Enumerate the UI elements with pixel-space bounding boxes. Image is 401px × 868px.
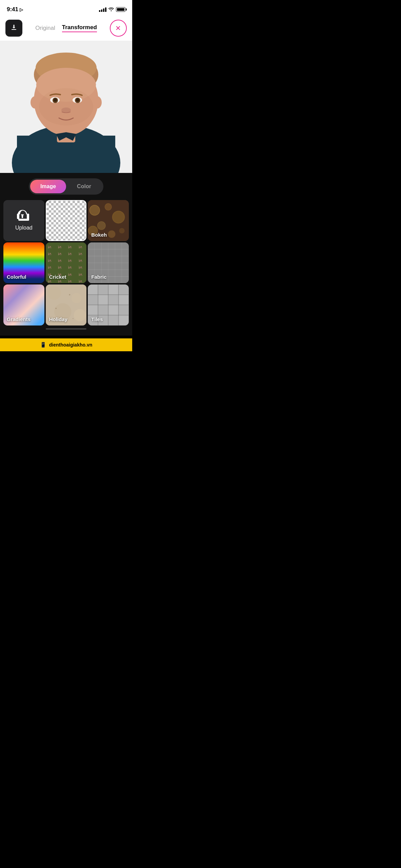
svg-text:🦗: 🦗 [78, 251, 82, 256]
bottom-bar: 📱 dienthoaigiakho.vn [0, 338, 132, 351]
holiday-label: Holiday [49, 316, 67, 322]
holiday-tile[interactable]: Holiday [46, 284, 87, 326]
toggle-wrapper: Image Color [29, 178, 103, 195]
svg-point-77 [73, 318, 74, 319]
close-icon: ✕ [115, 24, 121, 32]
svg-rect-92 [119, 316, 128, 325]
tiles-label: Tiles [91, 316, 103, 322]
svg-point-23 [93, 96, 102, 108]
gradients-tile[interactable]: Gradients [3, 284, 44, 326]
svg-point-76 [69, 294, 70, 296]
signal-bars [99, 7, 106, 12]
bottom-panel: Image Color Upload [0, 173, 132, 336]
header: Original Transformed ✕ [0, 17, 132, 41]
svg-text:🦗: 🦗 [68, 244, 72, 249]
bokeh-label: Bokeh [91, 232, 107, 238]
svg-point-30 [97, 221, 105, 230]
svg-text:🦗: 🦗 [68, 258, 72, 262]
svg-point-74 [74, 309, 86, 321]
svg-text:🦗: 🦗 [68, 265, 72, 269]
svg-text:🦗: 🦗 [78, 244, 82, 249]
svg-text:🦗: 🦗 [68, 278, 72, 283]
svg-point-24 [39, 88, 93, 125]
image-toggle-button[interactable]: Image [30, 180, 66, 193]
signal-bar-2 [101, 9, 102, 12]
signal-bar-4 [105, 7, 106, 12]
svg-text:🦗: 🦗 [68, 272, 72, 276]
upload-icon-wrap: Upload [15, 210, 33, 231]
svg-rect-25 [21, 214, 24, 215]
svg-text:🦗: 🦗 [47, 258, 52, 262]
svg-point-31 [119, 228, 125, 233]
cloud-upload-icon [17, 210, 31, 222]
tab-transformed[interactable]: Transformed [62, 24, 97, 32]
time-display: 9:41 [7, 6, 18, 13]
upload-tile[interactable]: Upload [3, 200, 44, 241]
color-toggle-button[interactable]: Color [66, 180, 102, 193]
header-tabs: Original Transformed [35, 24, 97, 32]
location-icon: ▷ [20, 7, 23, 12]
bottom-bar-icon: 📱 [40, 342, 46, 348]
bokeh-tile[interactable]: Bokeh [88, 200, 129, 241]
wifi-icon [108, 7, 114, 12]
cricket-label: Cricket [49, 274, 66, 280]
fabric-tile[interactable]: Fabric [88, 242, 129, 283]
image-area [0, 41, 132, 173]
toggle-container: Image Color [0, 178, 132, 195]
gradients-label: Gradients [7, 316, 31, 322]
download-button[interactable] [5, 20, 22, 37]
svg-rect-87 [98, 295, 108, 305]
scroll-hint [0, 328, 132, 331]
svg-text:🦗: 🦗 [78, 278, 82, 283]
signal-bar-1 [99, 10, 100, 12]
svg-point-28 [105, 203, 112, 210]
svg-text:🦗: 🦗 [58, 244, 62, 249]
battery-fill [117, 8, 124, 11]
cricket-tile[interactable]: 🦗 🦗 🦗 🦗 🦗 🦗 🦗 🦗 🦗 🦗 🦗 🦗 🦗 🦗 🦗 🦗 [46, 242, 87, 283]
status-time: 9:41 ▷ [7, 6, 23, 13]
colorful-tile[interactable]: Colorful [3, 242, 44, 283]
svg-text:🦗: 🦗 [78, 258, 82, 262]
svg-point-22 [31, 96, 39, 108]
fabric-label: Fabric [91, 274, 106, 280]
status-icons [99, 7, 125, 12]
svg-point-27 [89, 205, 100, 215]
status-bar: 9:41 ▷ [0, 0, 132, 17]
signal-bar-3 [103, 8, 104, 12]
svg-point-33 [108, 230, 116, 238]
close-button[interactable]: ✕ [110, 20, 127, 37]
svg-point-29 [113, 211, 125, 223]
tiles-tile[interactable]: Tiles [88, 284, 129, 326]
svg-rect-0 [12, 29, 16, 30]
colorful-label: Colorful [7, 274, 26, 280]
svg-text:🦗: 🦗 [78, 272, 82, 276]
svg-rect-86 [88, 285, 98, 294]
background-grid: Upload Bokeh Colorful [0, 200, 132, 326]
upload-label: Upload [15, 225, 33, 231]
portrait-svg [0, 41, 132, 173]
battery-icon [116, 7, 125, 12]
svg-point-72 [71, 293, 81, 303]
svg-point-71 [47, 286, 61, 300]
svg-text:🦗: 🦗 [58, 258, 62, 262]
svg-rect-91 [109, 305, 118, 315]
svg-text:🦗: 🦗 [58, 251, 62, 256]
transparent-tile[interactable] [46, 200, 87, 241]
person-image [0, 41, 132, 173]
svg-text:🦗: 🦗 [68, 251, 72, 256]
bottom-bar-text: dienthoaigiakho.vn [49, 342, 93, 348]
tab-original[interactable]: Original [35, 25, 55, 32]
svg-rect-88 [109, 285, 118, 294]
svg-rect-90 [88, 305, 98, 315]
download-icon [10, 24, 18, 33]
svg-text:🦗: 🦗 [78, 265, 82, 269]
svg-text:🦗: 🦗 [47, 244, 52, 249]
svg-text:🦗: 🦗 [47, 265, 52, 269]
svg-rect-89 [119, 295, 128, 305]
svg-point-75 [55, 308, 57, 309]
svg-text:🦗: 🦗 [58, 265, 62, 269]
svg-text:🦗: 🦗 [47, 251, 52, 256]
